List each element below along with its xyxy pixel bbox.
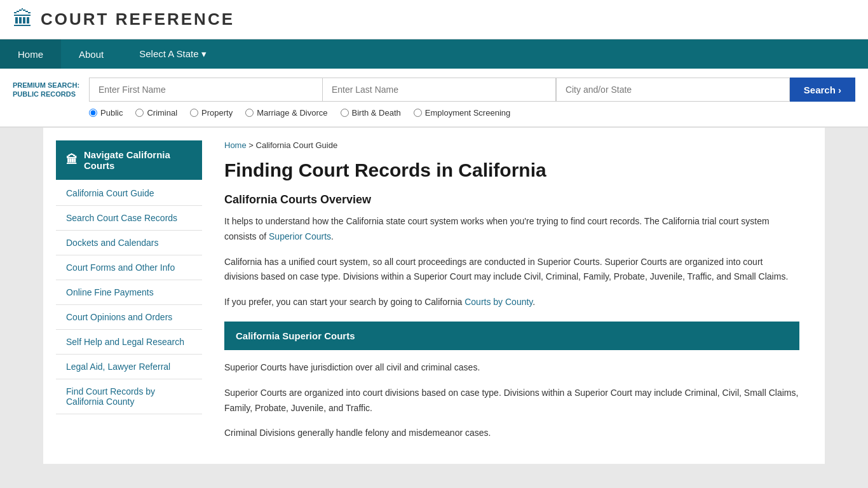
search-radio-group: Public Criminal Property Marriage & Divo…	[13, 108, 855, 118]
paragraph-6: Criminal Divisions generally handle felo…	[224, 426, 799, 441]
courthouse-icon: 🏛	[13, 8, 33, 31]
breadcrumb: Home > California Court Guide	[224, 140, 799, 150]
premium-label: PREMIUM SEARCH: PUBLIC RECORDS	[13, 78, 89, 102]
search-bar: PREMIUM SEARCH: PUBLIC RECORDS Search › …	[0, 69, 868, 128]
logo[interactable]: 🏛 COURT REFERENCE	[13, 8, 234, 31]
superior-courts-banner: California Superior Courts	[224, 322, 799, 350]
sidebar-item-court-forms[interactable]: Court Forms and Other Info	[56, 255, 202, 280]
superior-courts-link[interactable]: Superior Courts	[269, 231, 331, 241]
sidebar-item-legal-aid[interactable]: Legal Aid, Lawyer Referral	[56, 355, 202, 379]
main-content: Home > California Court Guide Finding Co…	[212, 140, 812, 451]
navbar: Home About Select A State ▾	[0, 39, 868, 69]
nav-select-state[interactable]: Select A State ▾	[121, 39, 224, 69]
first-name-input[interactable]	[89, 78, 322, 102]
sidebar-active-navigate[interactable]: 🏛 Navigate California Courts	[56, 140, 202, 180]
radio-marriage-divorce[interactable]: Marriage & Divorce	[245, 108, 327, 118]
sidebar-item-case-records[interactable]: Search Court Case Records	[56, 206, 202, 231]
paragraph-5: Superior Courts are organized into court…	[224, 386, 799, 416]
breadcrumb-home[interactable]: Home	[224, 140, 247, 150]
paragraph-2: California has a unified court system, s…	[224, 255, 799, 285]
courts-by-county-link[interactable]: Courts by County	[465, 297, 532, 307]
sidebar-item-self-help[interactable]: Self Help and Legal Research	[56, 330, 202, 355]
sidebar: 🏛 Navigate California Courts California …	[56, 140, 212, 451]
sidebar-item-find-records[interactable]: Find Court Records by California County	[56, 379, 202, 414]
radio-birth-death[interactable]: Birth & Death	[341, 108, 401, 118]
breadcrumb-current: California Court Guide	[256, 140, 338, 150]
paragraph-3: If you prefer, you can start your search…	[224, 295, 799, 310]
courthouse-small-icon: 🏛	[66, 154, 78, 167]
sidebar-item-dockets[interactable]: Dockets and Calendars	[56, 231, 202, 255]
site-header: 🏛 COURT REFERENCE	[0, 0, 868, 39]
page-title: Finding Court Records in California	[224, 159, 799, 182]
city-state-input[interactable]	[556, 78, 790, 102]
radio-criminal[interactable]: Criminal	[135, 108, 177, 118]
radio-property[interactable]: Property	[190, 108, 233, 118]
section1-heading: California Courts Overview	[224, 193, 799, 207]
paragraph-4: Superior Courts have jurisdiction over a…	[224, 360, 799, 376]
breadcrumb-separator: >	[248, 140, 255, 150]
site-title: COURT REFERENCE	[41, 10, 234, 29]
sidebar-item-fine-payments[interactable]: Online Fine Payments	[56, 280, 202, 305]
search-button[interactable]: Search ›	[790, 78, 855, 102]
paragraph-1: It helps to understand how the Californi…	[224, 214, 799, 245]
radio-public[interactable]: Public	[89, 108, 123, 118]
sidebar-item-opinions[interactable]: Court Opinions and Orders	[56, 305, 202, 330]
radio-employment-screening[interactable]: Employment Screening	[414, 108, 510, 118]
nav-about[interactable]: About	[61, 39, 121, 69]
sidebar-item-court-guide[interactable]: California Court Guide	[56, 181, 202, 206]
content-area: 🏛 Navigate California Courts California …	[43, 128, 825, 464]
last-name-input[interactable]	[322, 78, 556, 102]
nav-home[interactable]: Home	[0, 39, 61, 69]
